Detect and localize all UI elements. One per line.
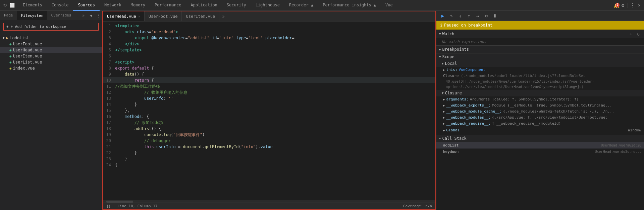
tree-item-userlist[interactable]: ◈ UserList.vue [0,59,102,65]
callstack-item-keydown[interactable]: keydown UserHead.vue:du3s.ro... [436,149,644,155]
code-line-11[interactable]: 11//添加文件夹到工作路径 [103,83,435,89]
module-cache-tri[interactable]: ▶ [443,109,445,114]
code-line-22[interactable]: 22 } [103,150,435,156]
step-out-btn[interactable]: ↑ [465,12,473,19]
inspect-icon[interactable]: ⟲ [1,2,8,9]
code-line-16[interactable]: 16 methods: { [103,114,435,120]
scope-global-item[interactable]: ▶ Global Window [436,127,644,133]
scope-this-item[interactable]: ▶ this: VueComponent [436,67,644,73]
resume-btn[interactable]: ▶ [439,12,446,19]
code-line-1[interactable]: 1<template> [103,23,435,29]
code-line-18[interactable]: 18 addList() { [103,126,435,132]
watch-section-header[interactable]: ▼ Watch + ↻ [436,30,644,38]
brace-icon: {} [106,204,111,208]
line-content: addList() { [115,126,435,132]
scope-closure-header[interactable]: ▼ Closure [436,90,644,96]
tab-performance[interactable]: Performance [150,0,186,11]
tree-item-userhead[interactable]: ◈ UserHead.vue [0,47,102,53]
code-line-15[interactable]: 15 }, [103,108,435,114]
global-tri[interactable]: ▶ [443,128,445,133]
scope-section-header[interactable]: ▼ Scope [436,53,644,60]
sidebar-collapse-icon[interactable]: ◀ [87,12,95,19]
device-icon[interactable]: ⬜ [9,2,15,9]
scope-local-header[interactable]: ▼ Local [436,60,644,67]
sidebar-tab-overflow[interactable]: » [80,13,87,18]
callstack-header[interactable]: ▼ Call Stack [436,135,644,142]
webpack-exports-tri[interactable]: ▶ [443,103,445,108]
paused-banner: ℹ Paused on breakpoint [436,21,644,30]
code-line-23[interactable]: 23 } [103,156,435,162]
code-line-2[interactable]: 2 <div class="userHead"> [103,29,435,35]
code-line-19[interactable]: 19 console.log("回车按键事件") [103,132,435,138]
pause-exception-btn[interactable]: ⏸ [491,12,499,19]
code-line-5[interactable]: 5</template> [103,47,435,53]
editor-tab-userhead[interactable]: UserHead.vue ✕ [103,11,145,22]
code-line-20[interactable]: 20 // debugger [103,138,435,144]
editor-tab-useritem[interactable]: UserItem.vue [182,11,219,22]
sidebar-tab-page[interactable]: Page [0,11,17,20]
tab-close-userhead[interactable]: ✕ [138,14,140,18]
scope-module-cache-item[interactable]: ▶ __webpack_module_cache__: {./node_modu… [436,109,644,115]
tab-console[interactable]: Console [47,0,73,11]
tab-security[interactable]: Security [222,0,251,11]
close-icon[interactable]: ✕ [636,2,643,9]
scope-this-tri[interactable]: ▶ [443,67,445,73]
code-line-10[interactable]: 10 return { [103,77,435,83]
callstack-label: Call Stack [442,136,466,141]
tree-item-index[interactable]: ◈ index.vue [0,65,102,71]
tree-item-useritem[interactable]: ◈ UserItem.vue [0,53,102,59]
code-line-21[interactable]: 21 this.userInfo = document.getElementBy… [103,144,435,150]
tree-item-userfoot[interactable]: ◈ UserFoot.vue [0,41,102,47]
add-folder-button[interactable]: + + Add folder to workspace [3,23,99,31]
tab-vue[interactable]: Vue [381,0,397,11]
code-line-6[interactable]: 6 [103,53,435,59]
require-tri[interactable]: ▶ [443,121,445,126]
code-line-7[interactable]: 7<script> [103,59,435,65]
tab-performance-insights[interactable]: Performance insights ▲ [318,0,381,11]
code-line-12[interactable]: 12 // 收集用户输入的信息 [103,89,435,95]
sidebar-menu-icon[interactable]: ⋮ [95,12,102,19]
code-line-17[interactable]: 17 // 添加todo项 [103,120,435,126]
code-line-14[interactable]: 14 } [103,101,435,108]
scope-require-item[interactable]: ▶ __webpack_require__: f __webpack_requi… [436,121,644,127]
tab-sources[interactable]: Sources [73,0,100,11]
sidebar-tab-overrides[interactable]: Overrides [47,11,75,20]
scroll-thumb[interactable] [106,201,133,203]
scope-arguments-item[interactable]: ▶ arguments: Arguments [callee: f, Symbo… [436,96,644,102]
tab-elements[interactable]: Elements [18,0,47,11]
tab-network[interactable]: Network [100,0,126,11]
code-line-9[interactable]: 9 data() { [103,71,435,77]
more-icon[interactable]: ⋮ [629,2,636,9]
watch-add-btn[interactable]: + [628,31,634,37]
tab-lighthouse[interactable]: Lighthouse [251,0,284,11]
arguments-tri[interactable]: ▶ [443,97,445,102]
tab-memory[interactable]: Memory [126,0,150,11]
code-line-24[interactable]: 24{ [103,162,435,168]
step-btn[interactable]: → [474,12,481,19]
code-line-4[interactable]: 4 </div> [103,41,435,47]
tree-folder-todolist[interactable]: ▼ ▶ todoList [0,35,102,41]
scope-webpack-exports-item[interactable]: ▶ __webpack_exports__: Module {__esModul… [436,102,644,109]
deactivate-btn[interactable]: ⊘ [483,12,490,19]
code-area[interactable]: 1<template>2 <div class="userHead">3 <in… [103,22,435,200]
breakpoints-section-header[interactable]: ▶ Breakpoints [436,46,644,53]
cs-keydown-name: keydown [443,150,459,154]
settings-icon[interactable]: ⚙ [620,2,626,9]
tab-application[interactable]: Application [186,0,222,11]
sidebar-tab-filesystem[interactable]: Filesystem [17,11,47,20]
code-line-13[interactable]: 13 userInfo: '' [103,95,435,101]
scope-closure-label: Closure [445,91,462,95]
editor-tab-userfoot[interactable]: UserFoot.vue [145,11,182,22]
scope-closure-item: Closure (./node_modules/babel-loader/lib… [436,73,644,90]
watch-refresh-btn[interactable]: ↻ [635,31,641,37]
step-over-btn[interactable]: ↷ [448,12,455,19]
tab-recorder[interactable]: Recorder ▲ [284,0,318,11]
editor-scrollbar[interactable] [103,200,435,203]
callstack-item-addlist[interactable]: addList UserHead.vue?a62d:20 [436,142,644,149]
editor-tab-overflow[interactable]: » [219,14,227,19]
code-line-8[interactable]: 8export default { [103,65,435,71]
modules-tri[interactable]: ▶ [443,115,445,120]
step-into-btn[interactable]: ↓ [457,12,464,19]
scope-modules-item[interactable]: ▶ __webpack_modules__: {./src/App.vue: f… [436,115,644,121]
code-line-3[interactable]: 3 <input @keydown.enter="addList" id="in… [103,35,435,41]
